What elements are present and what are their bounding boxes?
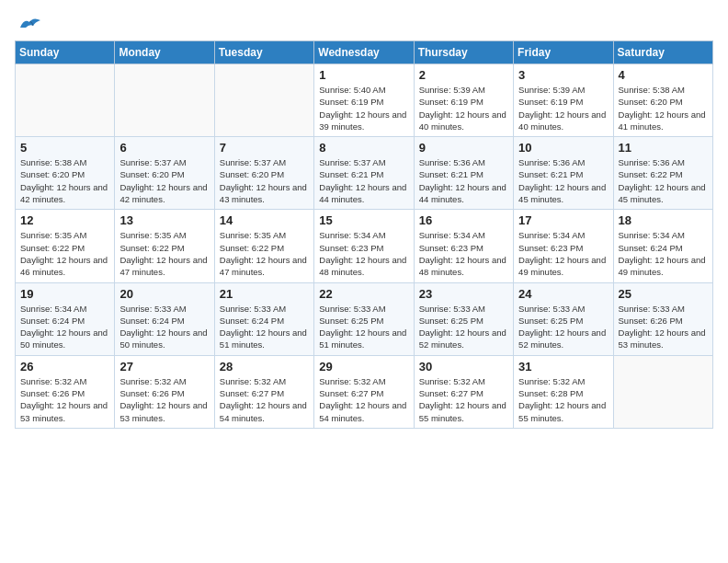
weekday-header-sunday: Sunday	[16, 41, 115, 64]
day-number: 27	[119, 360, 209, 373]
day-info: Sunrise: 5:36 AM Sunset: 6:21 PM Dayligh…	[518, 156, 608, 205]
day-info: Sunrise: 5:32 AM Sunset: 6:26 PM Dayligh…	[20, 375, 109, 424]
day-number: 28	[220, 360, 309, 373]
day-info: Sunrise: 5:35 AM Sunset: 6:22 PM Dayligh…	[119, 229, 209, 278]
weekday-header-saturday: Saturday	[613, 41, 712, 64]
day-info: Sunrise: 5:40 AM Sunset: 6:19 PM Dayligh…	[319, 84, 408, 132]
day-info: Sunrise: 5:33 AM Sunset: 6:24 PM Dayligh…	[220, 303, 309, 351]
calendar-cell: 22Sunrise: 5:33 AM Sunset: 6:25 PM Dayli…	[314, 282, 414, 355]
calendar-cell: 7Sunrise: 5:37 AM Sunset: 6:20 PM Daylig…	[214, 137, 313, 210]
calendar-cell: 14Sunrise: 5:35 AM Sunset: 6:22 PM Dayli…	[214, 210, 313, 282]
day-info: Sunrise: 5:39 AM Sunset: 6:19 PM Dayligh…	[518, 84, 608, 132]
calendar-cell: 9Sunrise: 5:36 AM Sunset: 6:21 PM Daylig…	[414, 137, 513, 210]
calendar-cell: 27Sunrise: 5:32 AM Sunset: 6:26 PM Dayli…	[115, 355, 214, 428]
day-info: Sunrise: 5:32 AM Sunset: 6:27 PM Dayligh…	[319, 375, 408, 424]
day-info: Sunrise: 5:38 AM Sunset: 6:20 PM Dayligh…	[619, 84, 708, 132]
calendar-cell: 16Sunrise: 5:34 AM Sunset: 6:23 PM Dayli…	[414, 210, 513, 282]
day-info: Sunrise: 5:34 AM Sunset: 6:23 PM Dayligh…	[419, 229, 508, 278]
calendar-week-row: 12Sunrise: 5:35 AM Sunset: 6:22 PM Dayli…	[16, 210, 713, 282]
calendar-cell: 23Sunrise: 5:33 AM Sunset: 6:25 PM Dayli…	[414, 282, 513, 355]
day-number: 25	[619, 287, 708, 301]
day-number: 2	[419, 68, 508, 82]
calendar-cell: 4Sunrise: 5:38 AM Sunset: 6:20 PM Daylig…	[613, 64, 712, 137]
weekday-header-friday: Friday	[514, 41, 613, 64]
calendar-header-row: SundayMondayTuesdayWednesdayThursdayFrid…	[16, 41, 713, 64]
day-number: 15	[319, 213, 408, 227]
calendar-week-row: 5Sunrise: 5:38 AM Sunset: 6:20 PM Daylig…	[16, 137, 713, 210]
day-info: Sunrise: 5:32 AM Sunset: 6:28 PM Dayligh…	[518, 375, 608, 424]
day-number: 1	[319, 68, 408, 82]
calendar-cell: 6Sunrise: 5:37 AM Sunset: 6:20 PM Daylig…	[115, 137, 214, 210]
calendar-cell: 15Sunrise: 5:34 AM Sunset: 6:23 PM Dayli…	[314, 210, 414, 282]
day-info: Sunrise: 5:37 AM Sunset: 6:20 PM Dayligh…	[119, 156, 209, 205]
day-info: Sunrise: 5:34 AM Sunset: 6:24 PM Dayligh…	[619, 229, 708, 278]
calendar-cell: 8Sunrise: 5:37 AM Sunset: 6:21 PM Daylig…	[314, 137, 414, 210]
calendar-week-row: 19Sunrise: 5:34 AM Sunset: 6:24 PM Dayli…	[16, 282, 713, 355]
calendar-table: SundayMondayTuesdayWednesdayThursdayFrid…	[15, 40, 713, 429]
calendar-cell	[613, 355, 712, 428]
logo	[15, 15, 42, 33]
calendar-cell: 18Sunrise: 5:34 AM Sunset: 6:24 PM Dayli…	[613, 210, 712, 282]
day-number: 12	[20, 213, 109, 227]
calendar-cell: 17Sunrise: 5:34 AM Sunset: 6:23 PM Dayli…	[514, 210, 613, 282]
day-info: Sunrise: 5:32 AM Sunset: 6:26 PM Dayligh…	[119, 375, 209, 424]
day-number: 16	[419, 213, 508, 227]
day-info: Sunrise: 5:36 AM Sunset: 6:21 PM Dayligh…	[419, 156, 508, 205]
calendar-cell: 13Sunrise: 5:35 AM Sunset: 6:22 PM Dayli…	[115, 210, 214, 282]
day-info: Sunrise: 5:34 AM Sunset: 6:23 PM Dayligh…	[518, 229, 608, 278]
calendar-week-row: 1Sunrise: 5:40 AM Sunset: 6:19 PM Daylig…	[16, 64, 713, 137]
day-info: Sunrise: 5:33 AM Sunset: 6:24 PM Dayligh…	[119, 303, 209, 351]
calendar-cell	[214, 64, 313, 137]
calendar-week-row: 26Sunrise: 5:32 AM Sunset: 6:26 PM Dayli…	[16, 355, 713, 428]
day-number: 18	[619, 213, 708, 227]
day-number: 11	[619, 141, 708, 155]
day-info: Sunrise: 5:38 AM Sunset: 6:20 PM Dayligh…	[20, 156, 109, 205]
day-info: Sunrise: 5:34 AM Sunset: 6:23 PM Dayligh…	[319, 229, 408, 278]
day-number: 31	[518, 360, 608, 373]
calendar-cell: 28Sunrise: 5:32 AM Sunset: 6:27 PM Dayli…	[214, 355, 313, 428]
calendar-cell	[16, 64, 115, 137]
weekday-header-thursday: Thursday	[414, 41, 513, 64]
weekday-header-tuesday: Tuesday	[214, 41, 313, 64]
day-info: Sunrise: 5:32 AM Sunset: 6:27 PM Dayligh…	[220, 375, 309, 424]
day-number: 8	[319, 141, 408, 155]
calendar-cell	[115, 64, 214, 137]
day-info: Sunrise: 5:37 AM Sunset: 6:21 PM Dayligh…	[319, 156, 408, 205]
day-number: 9	[419, 141, 508, 155]
weekday-header-wednesday: Wednesday	[314, 41, 414, 64]
logo-bird-icon	[17, 15, 42, 33]
calendar-cell: 24Sunrise: 5:33 AM Sunset: 6:25 PM Dayli…	[514, 282, 613, 355]
calendar-cell: 3Sunrise: 5:39 AM Sunset: 6:19 PM Daylig…	[514, 64, 613, 137]
day-info: Sunrise: 5:33 AM Sunset: 6:25 PM Dayligh…	[419, 303, 508, 351]
weekday-header-monday: Monday	[115, 41, 214, 64]
day-number: 21	[220, 287, 309, 301]
day-number: 7	[220, 141, 309, 155]
calendar-cell: 31Sunrise: 5:32 AM Sunset: 6:28 PM Dayli…	[514, 355, 613, 428]
day-info: Sunrise: 5:32 AM Sunset: 6:27 PM Dayligh…	[419, 375, 508, 424]
day-number: 26	[20, 360, 109, 373]
calendar-cell: 19Sunrise: 5:34 AM Sunset: 6:24 PM Dayli…	[16, 282, 115, 355]
calendar-cell: 10Sunrise: 5:36 AM Sunset: 6:21 PM Dayli…	[514, 137, 613, 210]
calendar-cell: 1Sunrise: 5:40 AM Sunset: 6:19 PM Daylig…	[314, 64, 414, 137]
day-number: 19	[20, 287, 109, 301]
day-info: Sunrise: 5:35 AM Sunset: 6:22 PM Dayligh…	[220, 229, 309, 278]
day-number: 3	[518, 68, 608, 82]
day-number: 29	[319, 360, 408, 373]
calendar-cell: 25Sunrise: 5:33 AM Sunset: 6:26 PM Dayli…	[613, 282, 712, 355]
day-number: 6	[119, 141, 209, 155]
day-number: 24	[518, 287, 608, 301]
day-number: 14	[220, 213, 309, 227]
calendar-cell: 29Sunrise: 5:32 AM Sunset: 6:27 PM Dayli…	[314, 355, 414, 428]
day-number: 17	[518, 213, 608, 227]
day-number: 5	[20, 141, 109, 155]
calendar-cell: 20Sunrise: 5:33 AM Sunset: 6:24 PM Dayli…	[115, 282, 214, 355]
day-info: Sunrise: 5:39 AM Sunset: 6:19 PM Dayligh…	[419, 84, 508, 132]
day-info: Sunrise: 5:34 AM Sunset: 6:24 PM Dayligh…	[20, 303, 109, 351]
day-number: 20	[119, 287, 209, 301]
calendar-cell: 12Sunrise: 5:35 AM Sunset: 6:22 PM Dayli…	[16, 210, 115, 282]
day-info: Sunrise: 5:33 AM Sunset: 6:26 PM Dayligh…	[619, 303, 708, 351]
calendar-cell: 11Sunrise: 5:36 AM Sunset: 6:22 PM Dayli…	[613, 137, 712, 210]
page-header	[15, 15, 713, 33]
calendar-cell: 5Sunrise: 5:38 AM Sunset: 6:20 PM Daylig…	[16, 137, 115, 210]
day-number: 10	[518, 141, 608, 155]
